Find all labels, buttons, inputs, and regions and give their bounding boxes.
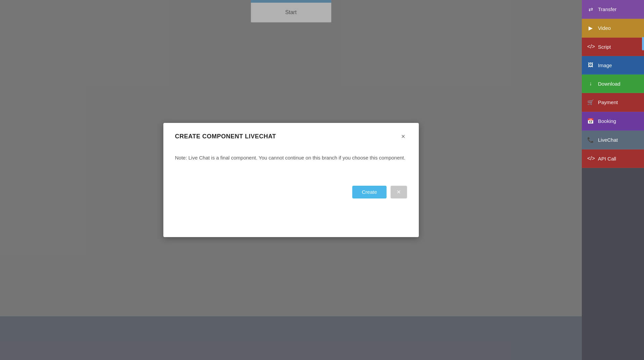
video-icon: ▶ (587, 25, 594, 31)
modal-footer: Create ✕ (175, 182, 407, 198)
modal-overlay: CREATE COMPONENT LIVECHAT × Note: Live C… (0, 0, 582, 360)
sidebar-label-booking: Booking (598, 118, 616, 124)
image-icon: 🖼 (587, 62, 594, 68)
modal-note-text: Note: Live Chat is a final component. Yo… (175, 153, 407, 162)
modal-title: CREATE COMPONENT LIVECHAT (175, 133, 276, 140)
sidebar-item-livechat[interactable]: 📞LiveChat (582, 131, 644, 149)
sidebar-label-image: Image (598, 62, 612, 68)
sidebar-label-video: Video (598, 25, 611, 31)
sidebar-item-booking[interactable]: 📅Booking (582, 112, 644, 131)
script-icon: </> (587, 44, 594, 50)
transfer-icon: ⇄ (587, 6, 594, 12)
sidebar: ⇄Transfer▶Video</>Script🖼Image↓Download🛒… (582, 0, 644, 360)
sidebar-item-payment[interactable]: 🛒Payment (582, 93, 644, 112)
download-icon: ↓ (587, 81, 594, 87)
modal-body: Note: Live Chat is a final component. Yo… (175, 150, 407, 176)
sidebar-item-download[interactable]: ↓Download (582, 75, 644, 93)
sidebar-label-script: Script (598, 44, 611, 50)
sidebar-label-download: Download (598, 81, 620, 87)
create-livechat-modal: CREATE COMPONENT LIVECHAT × Note: Live C… (163, 123, 419, 237)
create-button[interactable]: Create (352, 186, 386, 198)
modal-header: CREATE COMPONENT LIVECHAT × (175, 133, 407, 140)
sidebar-label-payment: Payment (598, 99, 618, 105)
sidebar-item-transfer[interactable]: ⇄Transfer (582, 0, 644, 19)
scroll-indicator (642, 37, 644, 50)
modal-close-button[interactable]: × (400, 133, 407, 140)
sidebar-item-image[interactable]: 🖼Image (582, 56, 644, 75)
cancel-button[interactable]: ✕ (391, 186, 407, 198)
sidebar-item-video[interactable]: ▶Video (582, 19, 644, 38)
sidebar-item-apicall[interactable]: </>API Call (582, 149, 644, 168)
sidebar-label-transfer: Transfer (598, 6, 616, 12)
payment-icon: 🛒 (587, 99, 594, 105)
sidebar-label-apicall: API Call (598, 156, 616, 162)
apicall-icon: </> (587, 155, 594, 162)
booking-icon: 📅 (587, 118, 594, 124)
sidebar-item-script[interactable]: </>Script (582, 38, 644, 56)
livechat-icon: 📞 (587, 137, 594, 143)
sidebar-label-livechat: LiveChat (598, 137, 618, 143)
